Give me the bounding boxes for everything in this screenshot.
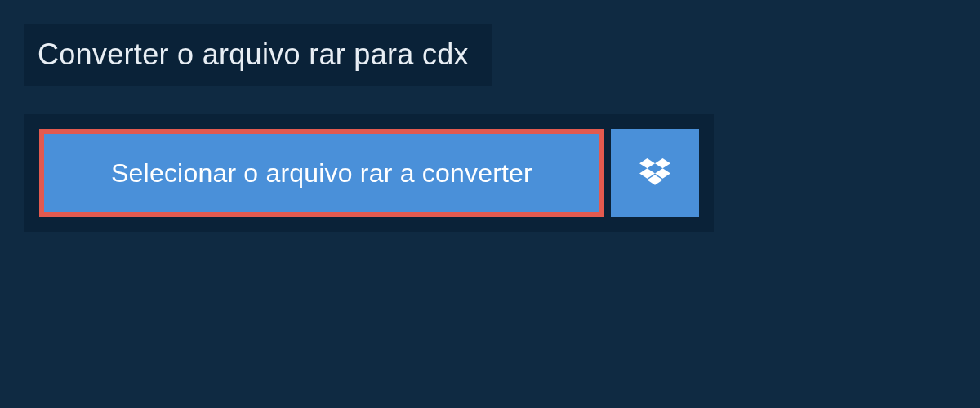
page-title: Converter o arquivo rar para cdx: [38, 38, 469, 72]
dropbox-button[interactable]: [611, 129, 699, 217]
title-bar: Converter o arquivo rar para cdx: [24, 24, 492, 86]
select-file-label: Selecionar o arquivo rar a converter: [111, 158, 532, 188]
upload-panel: Selecionar o arquivo rar a converter: [24, 114, 714, 232]
main-container: Converter o arquivo rar para cdx Selecio…: [0, 0, 980, 256]
select-file-button[interactable]: Selecionar o arquivo rar a converter: [39, 129, 604, 217]
dropbox-icon: [639, 158, 670, 188]
